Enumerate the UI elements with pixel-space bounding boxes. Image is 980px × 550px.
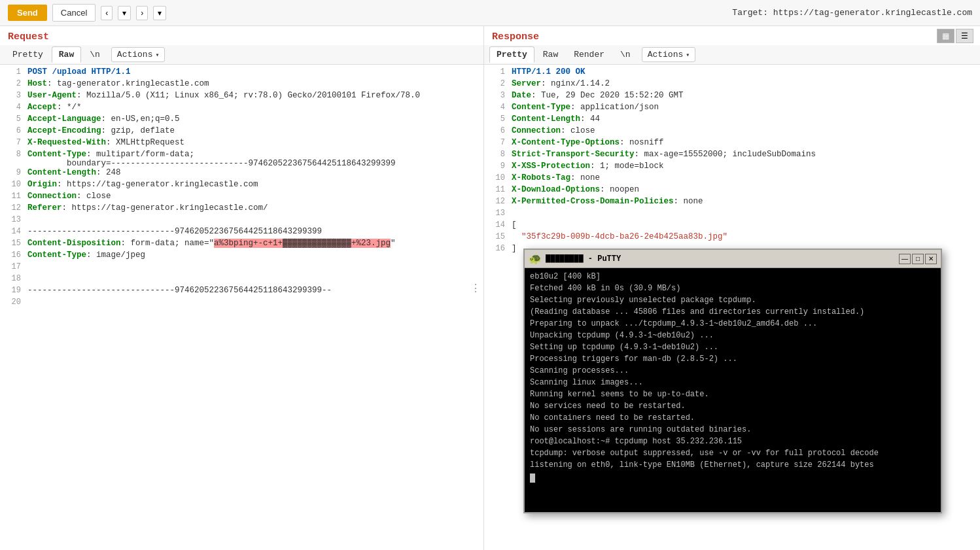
putty-line: No user sessions are running outdated bi…	[530, 424, 936, 436]
request-line: 14------------------------------97462052…	[0, 227, 483, 239]
request-line: 12Referer: https://tag-generator.kringle…	[0, 203, 483, 215]
request-line: 7X-Requested-With: XMLHttpRequest	[0, 138, 483, 150]
request-line: 13	[0, 215, 483, 227]
putty-line: Scanning processes...	[530, 365, 936, 377]
request-line: 3User-Agent: Mozilla/5.0 (X11; Linux x86…	[0, 91, 483, 103]
request-line: 18	[0, 274, 483, 286]
putty-title-left: 🐢 ████████ - PuTTY	[529, 252, 621, 266]
request-line: 16Content-Type: image/jpeg	[0, 250, 483, 262]
putty-line: Scanning linux images...	[530, 377, 936, 388]
putty-minimize-button[interactable]: —	[899, 254, 911, 264]
putty-titlebar: 🐢 ████████ - PuTTY — □ ✕	[525, 250, 941, 268]
view-toggle-grid-button[interactable]: ▦	[937, 29, 954, 43]
request-line: 2Host: tag-generator.kringlecastle.com	[0, 79, 483, 91]
target-url: Target: https://tag-generator.kringlecas…	[732, 8, 972, 18]
response-line: 10X-Robots-Tag: none	[484, 173, 980, 185]
request-line: 9Content-Length: 248	[0, 168, 483, 180]
putty-window-controls: — □ ✕	[899, 254, 937, 264]
response-tab-bar: Pretty Raw Render \n Actions ▾	[484, 45, 980, 65]
request-line: 11Connection: close	[0, 192, 483, 203]
putty-close-button[interactable]: ✕	[925, 254, 937, 264]
putty-title-text: ████████ - PuTTY	[546, 254, 621, 264]
request-line: 1POST /upload HTTP/1.1	[0, 67, 483, 79]
request-line: 15Content-Disposition: form-data; name="…	[0, 239, 483, 250]
tab-actions-request[interactable]: Actions ▾	[111, 47, 166, 62]
view-toggle-list-button[interactable]: ☰	[956, 29, 973, 43]
response-panel: Response ▦ ☰ Pretty Raw Render \n Action…	[484, 26, 980, 550]
response-line: 12X-Permitted-Cross-Domain-Policies: non…	[484, 197, 980, 209]
request-line: 20	[0, 298, 483, 309]
putty-line: (Reading database ... 45806 files and di…	[530, 306, 936, 318]
tab-actions-response[interactable]: Actions ▾	[642, 47, 696, 62]
request-title: Request	[0, 26, 483, 45]
nav-back-dropdown-button[interactable]: ▾	[118, 6, 131, 20]
tab-ln-request[interactable]: \n	[82, 46, 107, 63]
actions-label-response: Actions	[648, 50, 684, 60]
request-tab-bar: Pretty Raw \n Actions ▾	[0, 45, 483, 65]
actions-label-request: Actions	[117, 50, 153, 60]
putty-line: No services need to be restarted.	[530, 400, 936, 412]
response-line: 15 "35f3c29b-009b-4dcb-ba26-2e4b425aa83b…	[484, 232, 980, 244]
putty-line: eb10u2 [400 kB]	[530, 271, 936, 283]
tab-pretty-response[interactable]: Pretty	[489, 46, 534, 63]
putty-restore-button[interactable]: □	[912, 254, 924, 264]
request-line: 5Accept-Language: en-US,en;q=0.5	[0, 114, 483, 126]
request-panel: Request Pretty Raw \n Actions ▾ 1POST /u…	[0, 26, 484, 550]
tab-render-response[interactable]: Render	[567, 46, 612, 63]
putty-body: eb10u2 [400 kB]Fetched 400 kB in 0s (30.…	[525, 268, 941, 512]
putty-window: 🐢 ████████ - PuTTY — □ ✕ eb10u2 [400 kB]…	[523, 249, 942, 513]
putty-line: Processing triggers for man-db (2.8.5-2)…	[530, 353, 936, 365]
putty-line: Selecting previously unselected package …	[530, 294, 936, 306]
putty-line: Fetched 400 kB in 0s (30.9 MB/s)	[530, 283, 936, 294]
request-line: 19------------------------------97462052…	[0, 286, 483, 298]
response-line: 6Connection: close	[484, 126, 980, 138]
response-line: 14[	[484, 220, 980, 232]
response-line: 13	[484, 209, 980, 220]
tab-raw-request[interactable]: Raw	[52, 46, 81, 63]
request-line: 17	[0, 262, 483, 274]
putty-line: tcpdump: verbose output suppressed, use …	[530, 447, 936, 459]
response-line: 8Strict-Transport-Security: max-age=1555…	[484, 150, 980, 162]
putty-cursor-line	[530, 471, 936, 483]
putty-icon: 🐢	[529, 252, 542, 266]
putty-line: listening on eth0, link-type EN10MB (Eth…	[530, 459, 936, 471]
tab-ln-response[interactable]: \n	[613, 46, 638, 63]
send-button[interactable]: Send	[8, 5, 47, 21]
nav-fwd-dropdown-button[interactable]: ▾	[153, 6, 166, 20]
tab-pretty-request[interactable]: Pretty	[5, 46, 50, 63]
request-line: 4Accept: */*	[0, 103, 483, 114]
response-line: 9X-XSS-Protection: 1; mode=block	[484, 162, 980, 173]
request-content: 1POST /upload HTTP/1.12Host: tag-generat…	[0, 65, 483, 550]
response-title: Response	[484, 26, 547, 45]
putty-cursor	[530, 473, 535, 483]
chevron-down-icon-response: ▾	[686, 51, 690, 59]
response-line: 4Content-Type: application/json	[484, 103, 980, 114]
drag-handle[interactable]: ⋮	[468, 279, 483, 298]
chevron-down-icon: ▾	[155, 51, 159, 59]
request-line: 6Accept-Encoding: gzip, deflate	[0, 126, 483, 138]
view-toggle: ▦ ☰	[937, 29, 973, 43]
putty-line: Unpacking tcpdump (4.9.3-1~deb10u2) ...	[530, 330, 936, 341]
putty-line: root@localhost:~# tcpdump host 35.232.23…	[530, 436, 936, 447]
cancel-button[interactable]: Cancel	[52, 4, 96, 22]
nav-fwd-button[interactable]: ›	[136, 6, 148, 20]
response-line: 2Server: nginx/1.14.2	[484, 79, 980, 91]
response-line: 3Date: Tue, 29 Dec 2020 15:52:20 GMT	[484, 91, 980, 103]
main-layout: Request Pretty Raw \n Actions ▾ 1POST /u…	[0, 26, 980, 550]
nav-back-button[interactable]: ‹	[101, 6, 113, 20]
putty-line: Running kernel seems to be up-to-date.	[530, 388, 936, 400]
response-line: 11X-Download-Options: noopen	[484, 185, 980, 197]
response-line: 1HTTP/1.1 200 OK	[484, 67, 980, 79]
topbar-left: Send Cancel ‹ ▾ › ▾	[8, 4, 166, 22]
putty-line: Preparing to unpack .../tcpdump_4.9.3-1~…	[530, 318, 936, 330]
request-line: 8Content-Type: multipart/form-data; boun…	[0, 150, 483, 168]
response-line: 5Content-Length: 44	[484, 114, 980, 126]
response-line: 7X-Content-Type-Options: nosniff	[484, 138, 980, 150]
topbar: Send Cancel ‹ ▾ › ▾ Target: https://tag-…	[0, 0, 980, 26]
putty-line: No containers need to be restarted.	[530, 412, 936, 424]
request-line: 10Origin: https://tag-generator.kringlec…	[0, 180, 483, 192]
putty-line: Setting up tcpdump (4.9.3-1~deb10u2) ...	[530, 341, 936, 353]
tab-raw-response[interactable]: Raw	[536, 46, 565, 63]
